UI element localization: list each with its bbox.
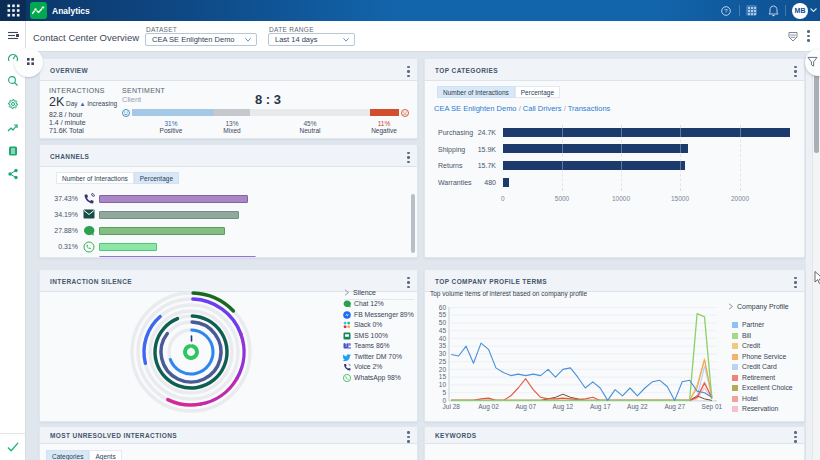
svg-text:35: 35: [439, 342, 447, 349]
svg-text:Aug 17: Aug 17: [590, 403, 611, 411]
svg-text:T: T: [345, 344, 348, 349]
svg-text:40: 40: [439, 335, 447, 342]
svg-text:20: 20: [439, 366, 447, 373]
svg-text:Aug 02: Aug 02: [478, 403, 499, 411]
svg-text:25: 25: [439, 358, 447, 365]
svg-text:50: 50: [439, 319, 447, 326]
svg-text:10: 10: [439, 381, 447, 388]
svg-text:55: 55: [439, 311, 447, 318]
svg-text:30: 30: [439, 350, 447, 357]
svg-text:?: ?: [724, 8, 728, 14]
svg-text:60: 60: [439, 304, 447, 311]
svg-text:Aug 22: Aug 22: [627, 403, 648, 411]
svg-text:5: 5: [442, 389, 446, 396]
svg-text:Jul 28: Jul 28: [443, 403, 461, 410]
svg-text:15: 15: [439, 373, 447, 380]
svg-text:Aug 07: Aug 07: [515, 403, 536, 411]
svg-text:Aug 27: Aug 27: [664, 403, 685, 411]
svg-text:Sep 01: Sep 01: [702, 403, 723, 411]
svg-text:45: 45: [439, 327, 447, 334]
svg-text:Aug 12: Aug 12: [553, 403, 574, 411]
